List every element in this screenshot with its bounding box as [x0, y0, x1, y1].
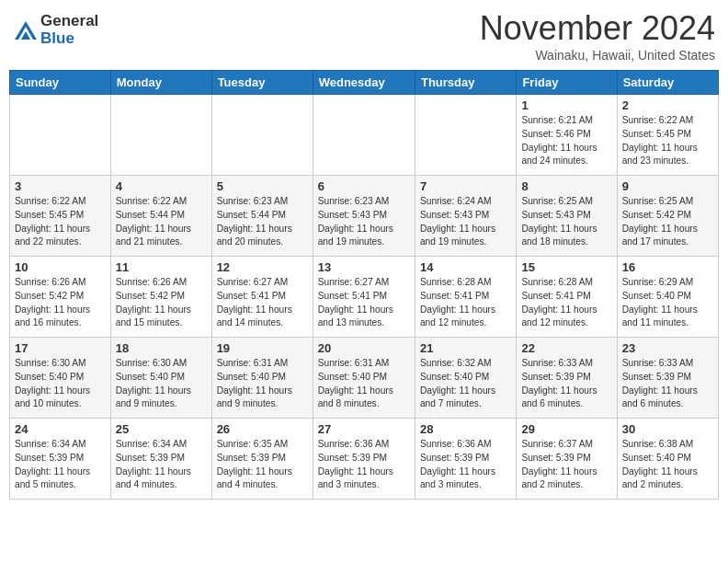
day-number: 12 — [217, 260, 308, 274]
day-info: Sunrise: 6:21 AM Sunset: 5:46 PM Dayligh… — [521, 114, 611, 168]
day-number: 17 — [15, 341, 106, 355]
calendar-cell: 29Sunrise: 6:37 AM Sunset: 5:39 PM Dayli… — [517, 419, 617, 500]
day-number: 11 — [116, 260, 207, 274]
day-info: Sunrise: 6:37 AM Sunset: 5:39 PM Dayligh… — [521, 438, 611, 492]
month-title: November 2024 — [480, 9, 715, 48]
calendar-cell — [10, 95, 111, 176]
day-info: Sunrise: 6:29 AM Sunset: 5:40 PM Dayligh… — [622, 276, 713, 330]
calendar-week-row: 17Sunrise: 6:30 AM Sunset: 5:40 PM Dayli… — [10, 338, 719, 419]
calendar-cell: 20Sunrise: 6:31 AM Sunset: 5:40 PM Dayli… — [313, 338, 415, 419]
day-info: Sunrise: 6:26 AM Sunset: 5:42 PM Dayligh… — [116, 276, 207, 330]
calendar-cell: 27Sunrise: 6:36 AM Sunset: 5:39 PM Dayli… — [313, 419, 415, 500]
location: Wainaku, Hawaii, United States — [480, 48, 715, 63]
day-info: Sunrise: 6:34 AM Sunset: 5:39 PM Dayligh… — [116, 438, 207, 492]
day-info: Sunrise: 6:33 AM Sunset: 5:39 PM Dayligh… — [521, 357, 611, 411]
day-number: 18 — [116, 341, 207, 355]
day-number: 28 — [420, 422, 511, 436]
calendar-cell: 9Sunrise: 6:25 AM Sunset: 5:42 PM Daylig… — [617, 176, 718, 257]
logo-blue: Blue — [40, 30, 98, 48]
day-number: 14 — [420, 260, 511, 274]
day-of-week-header: Sunday — [10, 71, 111, 95]
calendar-cell: 7Sunrise: 6:24 AM Sunset: 5:43 PM Daylig… — [415, 176, 516, 257]
calendar-cell: 25Sunrise: 6:34 AM Sunset: 5:39 PM Dayli… — [110, 419, 211, 500]
day-number: 10 — [15, 260, 106, 274]
title-block: November 2024 Wainaku, Hawaii, United St… — [480, 9, 715, 63]
day-number: 23 — [622, 341, 713, 355]
calendar-cell — [110, 95, 211, 176]
calendar-cell: 4Sunrise: 6:22 AM Sunset: 5:44 PM Daylig… — [110, 176, 211, 257]
day-info: Sunrise: 6:31 AM Sunset: 5:40 PM Dayligh… — [318, 357, 410, 411]
day-number: 22 — [521, 341, 611, 355]
day-number: 27 — [318, 422, 410, 436]
day-info: Sunrise: 6:30 AM Sunset: 5:40 PM Dayligh… — [15, 357, 106, 411]
day-number: 19 — [217, 341, 308, 355]
calendar-cell: 22Sunrise: 6:33 AM Sunset: 5:39 PM Dayli… — [517, 338, 617, 419]
day-of-week-header: Wednesday — [313, 71, 415, 95]
day-info: Sunrise: 6:27 AM Sunset: 5:41 PM Dayligh… — [318, 276, 410, 330]
calendar-table: SundayMondayTuesdayWednesdayThursdayFrid… — [9, 70, 719, 500]
calendar-cell: 18Sunrise: 6:30 AM Sunset: 5:40 PM Dayli… — [110, 338, 211, 419]
day-info: Sunrise: 6:33 AM Sunset: 5:39 PM Dayligh… — [622, 357, 713, 411]
calendar-cell: 14Sunrise: 6:28 AM Sunset: 5:41 PM Dayli… — [415, 257, 516, 338]
day-of-week-header: Thursday — [415, 71, 516, 95]
day-info: Sunrise: 6:32 AM Sunset: 5:40 PM Dayligh… — [420, 357, 511, 411]
day-info: Sunrise: 6:22 AM Sunset: 5:45 PM Dayligh… — [15, 195, 106, 249]
day-info: Sunrise: 6:22 AM Sunset: 5:44 PM Dayligh… — [116, 195, 207, 249]
day-info: Sunrise: 6:35 AM Sunset: 5:39 PM Dayligh… — [217, 438, 308, 492]
calendar-cell: 17Sunrise: 6:30 AM Sunset: 5:40 PM Dayli… — [10, 338, 111, 419]
calendar-cell: 16Sunrise: 6:29 AM Sunset: 5:40 PM Dayli… — [617, 257, 718, 338]
calendar-cell: 11Sunrise: 6:26 AM Sunset: 5:42 PM Dayli… — [110, 257, 211, 338]
day-number: 24 — [15, 422, 106, 436]
calendar-cell: 2Sunrise: 6:22 AM Sunset: 5:45 PM Daylig… — [617, 95, 718, 176]
logo-icon — [13, 17, 39, 43]
day-number: 1 — [521, 98, 611, 112]
day-info: Sunrise: 6:34 AM Sunset: 5:39 PM Dayligh… — [15, 438, 106, 492]
day-info: Sunrise: 6:36 AM Sunset: 5:39 PM Dayligh… — [318, 438, 410, 492]
day-number: 26 — [217, 422, 308, 436]
day-info: Sunrise: 6:27 AM Sunset: 5:41 PM Dayligh… — [217, 276, 308, 330]
day-number: 29 — [521, 422, 611, 436]
day-number: 21 — [420, 341, 511, 355]
calendar-cell: 24Sunrise: 6:34 AM Sunset: 5:39 PM Dayli… — [10, 419, 111, 500]
day-number: 16 — [622, 260, 713, 274]
day-number: 13 — [318, 260, 410, 274]
day-info: Sunrise: 6:38 AM Sunset: 5:40 PM Dayligh… — [622, 438, 713, 492]
calendar-cell: 10Sunrise: 6:26 AM Sunset: 5:42 PM Dayli… — [10, 257, 111, 338]
calendar-cell: 13Sunrise: 6:27 AM Sunset: 5:41 PM Dayli… — [313, 257, 415, 338]
logo-general: General — [40, 13, 98, 30]
page-header: General Blue November 2024 Wainaku, Hawa… — [9, 9, 719, 63]
day-info: Sunrise: 6:22 AM Sunset: 5:45 PM Dayligh… — [622, 114, 713, 168]
calendar-cell: 6Sunrise: 6:23 AM Sunset: 5:43 PM Daylig… — [313, 176, 415, 257]
day-number: 2 — [622, 98, 713, 112]
day-info: Sunrise: 6:30 AM Sunset: 5:40 PM Dayligh… — [116, 357, 207, 411]
calendar-cell — [313, 95, 415, 176]
day-of-week-header: Friday — [517, 71, 617, 95]
calendar-cell: 3Sunrise: 6:22 AM Sunset: 5:45 PM Daylig… — [10, 176, 111, 257]
calendar-cell: 30Sunrise: 6:38 AM Sunset: 5:40 PM Dayli… — [617, 419, 718, 500]
calendar-week-row: 1Sunrise: 6:21 AM Sunset: 5:46 PM Daylig… — [10, 95, 719, 176]
calendar-cell: 15Sunrise: 6:28 AM Sunset: 5:41 PM Dayli… — [517, 257, 617, 338]
day-info: Sunrise: 6:23 AM Sunset: 5:44 PM Dayligh… — [217, 195, 308, 249]
day-number: 5 — [217, 179, 308, 193]
day-info: Sunrise: 6:36 AM Sunset: 5:39 PM Dayligh… — [420, 438, 511, 492]
logo: General Blue — [13, 13, 98, 47]
calendar-cell — [211, 95, 313, 176]
day-number: 25 — [116, 422, 207, 436]
calendar-cell: 8Sunrise: 6:25 AM Sunset: 5:43 PM Daylig… — [517, 176, 617, 257]
calendar-cell: 5Sunrise: 6:23 AM Sunset: 5:44 PM Daylig… — [211, 176, 313, 257]
day-number: 4 — [116, 179, 207, 193]
calendar-cell: 21Sunrise: 6:32 AM Sunset: 5:40 PM Dayli… — [415, 338, 516, 419]
day-of-week-header: Saturday — [617, 71, 718, 95]
day-info: Sunrise: 6:28 AM Sunset: 5:41 PM Dayligh… — [521, 276, 611, 330]
day-number: 30 — [622, 422, 713, 436]
calendar-cell — [415, 95, 516, 176]
day-info: Sunrise: 6:23 AM Sunset: 5:43 PM Dayligh… — [318, 195, 410, 249]
day-number: 15 — [521, 260, 611, 274]
day-number: 3 — [15, 179, 106, 193]
calendar-cell: 12Sunrise: 6:27 AM Sunset: 5:41 PM Dayli… — [211, 257, 313, 338]
day-info: Sunrise: 6:31 AM Sunset: 5:40 PM Dayligh… — [217, 357, 308, 411]
calendar-week-row: 3Sunrise: 6:22 AM Sunset: 5:45 PM Daylig… — [10, 176, 719, 257]
day-number: 9 — [622, 179, 713, 193]
day-number: 7 — [420, 179, 511, 193]
calendar-cell: 1Sunrise: 6:21 AM Sunset: 5:46 PM Daylig… — [517, 95, 617, 176]
